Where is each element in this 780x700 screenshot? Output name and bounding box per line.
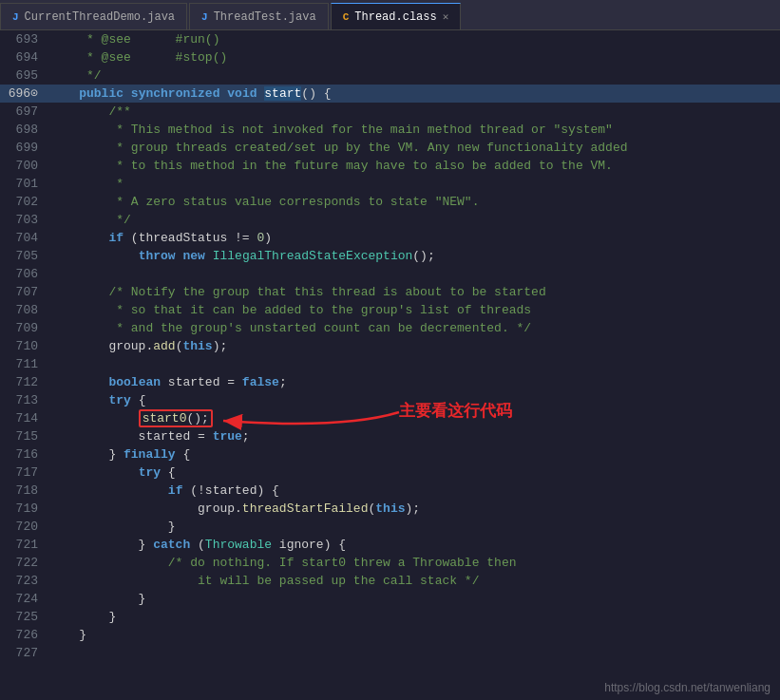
class-icon: C <box>343 11 350 23</box>
line-content: /* do nothing. If start0 threw a Throwab… <box>49 554 780 572</box>
table-row: 698 * This method is not invoked for the… <box>0 121 780 139</box>
table-row: 716 } finally { <box>0 445 780 464</box>
line-num: 721 <box>0 536 49 554</box>
tab-currentthreaddemo[interactable]: J CurrentThreadDemo.java <box>0 3 187 29</box>
table-row: 694 * @see #stop() <box>0 48 780 66</box>
line-num: 705 <box>0 247 49 265</box>
line-content: */ <box>49 211 780 229</box>
table-row: 709 * and the group's unstarted count ca… <box>0 319 780 337</box>
line-content: } <box>49 590 780 608</box>
line-content: * and the group's unstarted count can be… <box>49 319 780 337</box>
line-content: group.threadStartFailed(this); <box>49 500 780 518</box>
table-row: 697 /** <box>0 103 780 121</box>
tab-label-3: Thread.class <box>354 10 436 24</box>
line-num: 697 <box>0 103 49 121</box>
line-content: } catch (Throwable ignore) { <box>49 536 780 554</box>
line-content: public synchronized void start() { <box>49 85 780 103</box>
line-num: 722 <box>0 554 49 572</box>
table-row: 721 } catch (Throwable ignore) { <box>0 536 780 554</box>
line-num: 706 <box>0 265 49 283</box>
table-row: 723 it will be passed up the call stack … <box>0 572 780 590</box>
table-row: 727 <box>0 644 780 662</box>
line-content: if (threadStatus != 0) <box>49 229 780 247</box>
line-num: 699 <box>0 139 49 157</box>
table-row: 714 start0(); <box>0 409 780 427</box>
line-num: 693 <box>0 30 49 48</box>
table-row: 715 started = true; <box>0 427 780 445</box>
tab-thread-class[interactable]: C Thread.class ✕ <box>331 3 462 29</box>
table-row: 695 */ <box>0 66 780 85</box>
table-row: 706 <box>0 265 780 283</box>
line-content: it will be passed up the call stack */ <box>49 572 780 590</box>
line-content: * to this method in the future may have … <box>49 157 780 175</box>
table-row: 701 * <box>0 175 780 193</box>
line-num: 719 <box>0 500 49 518</box>
table-row: 719 group.threadStartFailed(this); <box>0 500 780 518</box>
line-num: 715 <box>0 427 49 445</box>
line-num: 713 <box>0 391 49 409</box>
code-lines: 693 * @see #run() 694 * @see #stop() 695… <box>0 30 780 700</box>
line-num: 702 <box>0 193 49 211</box>
line-num: 694 <box>0 48 49 66</box>
line-num: 703 <box>0 211 49 229</box>
line-num: 704 <box>0 229 49 247</box>
java-icon: J <box>12 11 19 23</box>
table-row: 696⊙ public synchronized void start() { <box>0 85 780 103</box>
line-content: /* Notify the group that this thread is … <box>49 283 780 301</box>
line-content: start0(); <box>49 409 780 427</box>
table-row: 712 boolean started = false; <box>0 373 780 391</box>
table-row: 711 <box>0 355 780 373</box>
line-num: 710 <box>0 337 49 355</box>
table-row: 713 try { <box>0 391 780 409</box>
tab-label-2: ThreadTest.java <box>214 10 316 24</box>
line-num: 711 <box>0 355 49 373</box>
close-icon[interactable]: ✕ <box>443 10 449 23</box>
table-row: 717 try { <box>0 464 780 482</box>
table-row: 704 if (threadStatus != 0) <box>0 229 780 247</box>
line-num: 714 <box>0 409 49 427</box>
line-content: started = true; <box>49 427 780 445</box>
table-row: 726 } <box>0 626 780 644</box>
line-content: } finally { <box>49 445 780 464</box>
line-num: 718 <box>0 482 49 500</box>
line-num: 724 <box>0 590 49 608</box>
line-num: 717 <box>0 464 49 482</box>
table-row: 699 * group threads created/set up by th… <box>0 139 780 157</box>
table-row: 707 /* Notify the group that this thread… <box>0 283 780 301</box>
line-content <box>49 265 780 283</box>
line-content: throw new IllegalThreadStateException(); <box>49 247 780 265</box>
line-num: 698 <box>0 121 49 139</box>
tab-threadtest[interactable]: J ThreadTest.java <box>189 3 329 29</box>
table-row: 708 * so that it can be added to the gro… <box>0 301 780 319</box>
line-content: * <box>49 175 780 193</box>
line-content: } <box>49 626 780 644</box>
line-num: 709 <box>0 319 49 337</box>
line-content: try { <box>49 464 780 482</box>
line-content: * @see #stop() <box>49 48 780 66</box>
line-content: boolean started = false; <box>49 373 780 391</box>
line-content: * so that it can be added to the group's… <box>49 301 780 319</box>
line-content: * This method is not invoked for the mai… <box>49 121 780 139</box>
line-num: 708 <box>0 301 49 319</box>
line-num: 716 <box>0 445 49 464</box>
line-num: 723 <box>0 572 49 590</box>
line-num: 720 <box>0 518 49 536</box>
table-row: 703 */ <box>0 211 780 229</box>
java-icon-2: J <box>201 11 208 23</box>
line-content: } <box>49 608 780 626</box>
table-row: 700 * to this method in the future may h… <box>0 157 780 175</box>
table-row: 710 group.add(this); <box>0 337 780 355</box>
tab-label: CurrentThreadDemo.java <box>25 10 175 24</box>
table-row: 724 } <box>0 590 780 608</box>
line-content: /** <box>49 103 780 121</box>
table-row: 725 } <box>0 608 780 626</box>
table-row: 718 if (!started) { <box>0 482 780 500</box>
line-content: */ <box>49 66 780 85</box>
line-content: * group threads created/set up by the VM… <box>49 139 780 157</box>
line-content: * A zero status value corresponds to sta… <box>49 193 780 211</box>
start0-redbox: start0(); <box>139 409 213 427</box>
line-num: 727 <box>0 644 49 662</box>
line-content: try { <box>49 391 780 409</box>
line-content: group.add(this); <box>49 337 780 355</box>
editor-area: 693 * @see #run() 694 * @see #stop() 695… <box>0 30 780 700</box>
